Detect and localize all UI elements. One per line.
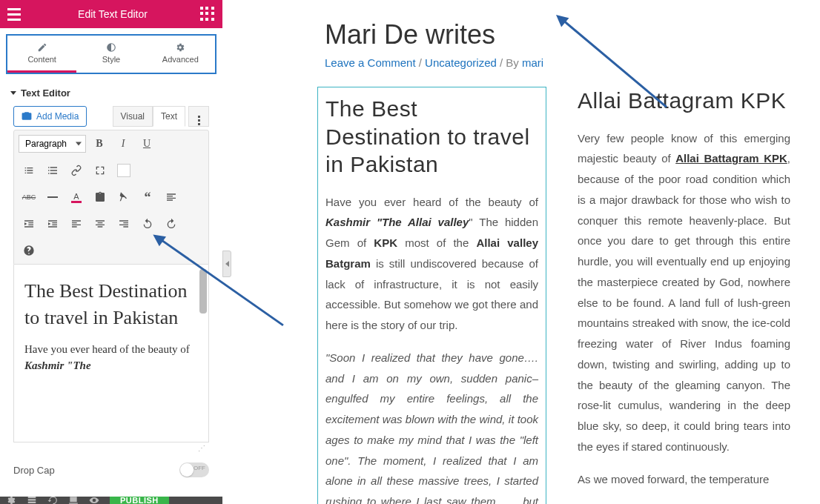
col2-paragraph-1: Very few people know of this emerging ma… xyxy=(578,128,790,457)
gear-icon xyxy=(175,42,185,53)
preview-icon[interactable] xyxy=(89,497,99,504)
text-color-button[interactable]: A xyxy=(66,187,87,208)
column-2: Allai Battagram KPK Very few people know… xyxy=(578,87,790,504)
history-icon[interactable] xyxy=(47,497,58,504)
help-button[interactable] xyxy=(19,240,39,261)
link-button[interactable] xyxy=(66,160,87,181)
camera-icon xyxy=(22,111,32,122)
outdent-button[interactable] xyxy=(19,213,39,234)
format-select[interactable]: Paragraph xyxy=(19,135,86,153)
text-mode-tab[interactable]: Text xyxy=(153,106,185,127)
caret-down-icon xyxy=(10,91,16,95)
numbered-list-button[interactable] xyxy=(42,160,63,181)
publish-button[interactable]: PUBLISH xyxy=(110,497,169,504)
menu-button[interactable] xyxy=(7,5,25,23)
column-1: The Best Destination to travel in Pakist… xyxy=(317,87,546,504)
style-icon xyxy=(106,42,116,53)
align-button[interactable] xyxy=(161,187,182,208)
tab-style-label: Style xyxy=(102,55,120,64)
section-toggle[interactable]: Text Editor xyxy=(0,80,222,106)
tab-content-label: Content xyxy=(27,55,56,64)
editor-paragraph: Have you ever heard of the beauty of Kas… xyxy=(24,341,198,374)
clear-format-button[interactable] xyxy=(113,187,134,208)
col1-heading: The Best Destination to travel in Pakist… xyxy=(325,95,538,179)
indent-button[interactable] xyxy=(42,213,63,234)
dropcap-label: Drop Cap xyxy=(13,465,55,476)
category-link[interactable]: Uncategorized xyxy=(425,56,497,69)
tab-style[interactable]: Style xyxy=(76,36,145,73)
color-swatch[interactable] xyxy=(113,160,134,181)
fullscreen-button[interactable] xyxy=(90,160,110,181)
editor-heading: The Best Destination to travel in Pakist… xyxy=(24,278,198,332)
section-title: Text Editor xyxy=(21,87,70,99)
quote-button[interactable]: “ xyxy=(137,187,158,208)
resize-handle[interactable]: ⋰ xyxy=(13,442,209,454)
content-editor[interactable]: The Best Destination to travel in Pakist… xyxy=(13,265,209,442)
navigator-icon[interactable] xyxy=(27,497,37,504)
panel-collapse-button[interactable] xyxy=(222,251,231,277)
editor-tabs: Content Style Advanced xyxy=(6,34,216,74)
add-media-button[interactable]: Add Media xyxy=(13,106,87,127)
responsive-icon[interactable] xyxy=(68,497,79,504)
bullet-list-button[interactable] xyxy=(19,160,39,181)
widgets-icon[interactable] xyxy=(200,7,215,21)
visual-mode-tab[interactable]: Visual xyxy=(113,106,153,127)
col1-paragraph-2: "Soon I realized that they have gone…. a… xyxy=(325,348,538,504)
italic-button[interactable]: I xyxy=(113,133,133,154)
toolbar-toggle-button[interactable] xyxy=(188,106,209,127)
editor-sidebar: Edit Text Editor Content Style Advanced … xyxy=(0,0,222,504)
text-editor-panel: Add Media Visual Text Paragraph B I U xyxy=(0,106,222,454)
pencil-icon xyxy=(37,42,47,53)
tab-content[interactable]: Content xyxy=(7,36,76,73)
paste-text-button[interactable] xyxy=(90,187,110,208)
bold-button[interactable]: B xyxy=(89,133,110,154)
panel-title: Edit Text Editor xyxy=(78,8,148,20)
settings-icon[interactable] xyxy=(6,497,16,504)
footer-bar: PUBLISH xyxy=(0,497,222,504)
leave-comment-link[interactable]: Leave a Comment xyxy=(325,56,416,69)
underline-button[interactable]: U xyxy=(136,133,157,154)
col2-paragraph-2: As we moved forward, the temperature xyxy=(578,469,790,490)
redo-button[interactable] xyxy=(161,213,182,234)
sidebar-header: Edit Text Editor xyxy=(0,0,222,28)
page-preview: Mari De writes Leave a Comment / Uncateg… xyxy=(245,0,820,504)
hr-button[interactable] xyxy=(42,187,63,208)
add-media-label: Add Media xyxy=(36,111,79,122)
align-left-button[interactable] xyxy=(66,213,87,234)
tab-advanced-label: Advanced xyxy=(162,55,199,64)
dropcap-control: Drop Cap OFF xyxy=(0,454,222,486)
col2-heading: Allai Battagram KPK xyxy=(578,87,790,115)
scrollbar[interactable] xyxy=(199,269,207,314)
dropcap-toggle[interactable]: OFF xyxy=(179,462,209,477)
wysiwyg-toolbar: Paragraph B I U ABC A “ xyxy=(13,130,209,265)
col1-paragraph-1: Have you ever heard of the beauty of Kas… xyxy=(325,192,538,336)
author-link[interactable]: mari xyxy=(522,56,543,69)
tab-advanced[interactable]: Advanced xyxy=(146,36,215,73)
strikethrough-button[interactable]: ABC xyxy=(19,187,39,208)
post-meta: Leave a Comment / Uncategorized / By mar… xyxy=(325,56,790,69)
toggle-state: OFF xyxy=(194,465,205,471)
align-right-button[interactable] xyxy=(113,213,134,234)
align-center-button[interactable] xyxy=(90,213,110,234)
